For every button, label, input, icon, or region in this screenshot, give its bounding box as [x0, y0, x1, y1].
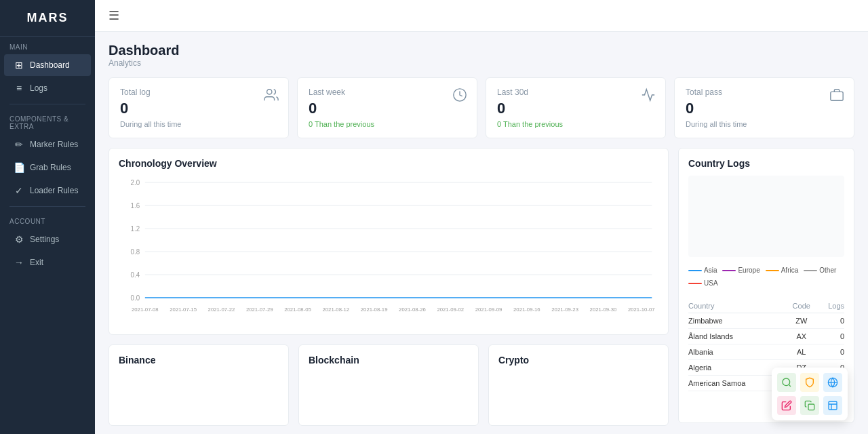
stat-value: 0: [497, 100, 654, 117]
crypto-title: Crypto: [498, 355, 658, 366]
svg-text:2021-09-02: 2021-09-02: [437, 307, 464, 313]
svg-text:0.0: 0.0: [131, 294, 140, 302]
country-logs-title: Country Logs: [688, 158, 844, 169]
sidebar-item-marker-rules[interactable]: ✏ Marker Rules: [4, 134, 91, 155]
country-legend: Asia Europe Africa Other: [688, 267, 844, 287]
sidebar-item-label: Logs: [30, 83, 47, 93]
svg-text:0.4: 0.4: [131, 271, 140, 279]
svg-text:2021-07-22: 2021-07-22: [208, 307, 235, 313]
toolbar-btn-4[interactable]: [777, 396, 796, 415]
stat-card-last-week: Last week 0 0 Than the previous: [297, 77, 477, 138]
binance-title: Binance: [119, 355, 279, 366]
toolbar-btn-2[interactable]: [800, 373, 819, 392]
stat-value: 0: [120, 100, 277, 117]
stat-value: 0: [309, 100, 466, 117]
sidebar-item-grab-rules[interactable]: 📄 Grab Rules: [4, 157, 91, 178]
toolbar-btn-1[interactable]: [777, 373, 796, 392]
sidebar-account-label: ACCOUNT: [0, 211, 95, 228]
bottom-card-crypto: Crypto: [488, 344, 669, 426]
toolbar-btn-5[interactable]: [800, 396, 819, 415]
svg-text:1.6: 1.6: [131, 202, 140, 210]
legend-item-other: Other: [804, 267, 836, 274]
sidebar-divider-2: [9, 206, 85, 207]
sidebar-main-label: MAIN: [0, 37, 95, 54]
svg-text:2021-08-12: 2021-08-12: [322, 307, 349, 313]
legend-item-europe: Europe: [722, 267, 760, 274]
africa-label: Africa: [781, 267, 799, 274]
col-logs: Logs: [816, 299, 844, 313]
stat-icon-activity: [641, 87, 656, 106]
stat-sub: During all this time: [686, 120, 843, 128]
other-label: Other: [819, 267, 836, 274]
bottom-card-binance: Binance: [108, 344, 289, 426]
settings-icon: ⚙: [14, 234, 24, 245]
europe-label: Europe: [738, 267, 760, 274]
hamburger-icon[interactable]: ☰: [108, 8, 119, 23]
sidebar-item-settings[interactable]: ⚙ Settings: [4, 229, 91, 250]
sidebar: MARS MAIN ⊞ Dashboard ≡ Logs COMPONENTS …: [0, 0, 95, 434]
stat-label: Total pass: [686, 87, 843, 97]
svg-rect-34: [829, 401, 837, 410]
stat-sub: 0 Than the previous: [497, 120, 654, 128]
stat-icon-briefcase: [829, 87, 844, 106]
svg-text:2021-09-09: 2021-09-09: [475, 307, 502, 313]
grab-rules-icon: 📄: [14, 162, 24, 173]
stats-row: Total log 0 During all this time Last we…: [108, 77, 854, 138]
asia-legend-dot: [688, 270, 702, 271]
svg-text:2021-07-15: 2021-07-15: [170, 307, 197, 313]
sidebar-item-label: Marker Rules: [30, 140, 78, 149]
sidebar-logo: MARS: [0, 0, 95, 37]
stat-card-total-log: Total log 0 During all this time: [108, 77, 289, 138]
europe-legend-dot: [722, 270, 736, 271]
svg-text:0.8: 0.8: [131, 248, 140, 256]
country-name: Åland Islands: [688, 329, 786, 344]
stat-label: Total log: [120, 87, 277, 97]
svg-text:2021-09-16: 2021-09-16: [513, 307, 540, 313]
page-title: Dashboard: [108, 43, 854, 58]
chronology-card: Chronology Overview 2.0 1.6: [108, 148, 669, 335]
col-code: Code: [786, 299, 816, 313]
two-col-layout: Chronology Overview 2.0 1.6: [108, 148, 854, 423]
country-chart-area: [688, 176, 844, 257]
svg-line-30: [789, 384, 791, 387]
logs-icon: ≡: [14, 83, 24, 94]
asia-label: Asia: [704, 267, 717, 274]
floating-toolbar: [772, 368, 848, 420]
bottom-row: Binance Blockchain Crypto: [108, 344, 669, 426]
table-row: Albania AL 0: [688, 344, 844, 360]
sidebar-item-exit[interactable]: → Exit: [4, 252, 91, 273]
country-code: ZW: [786, 313, 816, 329]
sidebar-item-dashboard[interactable]: ⊞ Dashboard: [4, 54, 91, 76]
blockchain-title: Blockchain: [309, 355, 469, 366]
svg-text:2021-08-19: 2021-08-19: [361, 307, 388, 313]
sidebar-item-label: Loader Rules: [30, 186, 78, 195]
main-content: ☰ Dashboard Analytics Total log 0 During…: [95, 0, 868, 434]
svg-text:2021-09-23: 2021-09-23: [551, 307, 578, 313]
stat-label: Last 30d: [497, 87, 654, 97]
sidebar-item-loader-rules[interactable]: ✓ Loader Rules: [4, 180, 91, 201]
stat-icon-clock: [452, 87, 467, 106]
other-legend-dot: [804, 270, 817, 271]
sidebar-components-label: COMPONENTS & EXTRA: [0, 108, 95, 133]
svg-point-0: [267, 90, 272, 94]
legend-item-africa: Africa: [766, 267, 799, 274]
toolbar-btn-6[interactable]: [823, 396, 842, 415]
country-name: Albania: [688, 344, 786, 360]
page-header: Dashboard Analytics: [108, 43, 854, 68]
stat-label: Last week: [309, 87, 466, 97]
svg-text:2021-07-08: 2021-07-08: [132, 307, 159, 313]
chart-container: 2.0 1.6 1.2 0.8 0.4 0.0 2021-07-08 2021-…: [119, 176, 658, 325]
page-subtitle: Analytics: [108, 58, 854, 68]
toolbar-btn-3[interactable]: [823, 373, 842, 392]
sidebar-divider-1: [9, 104, 85, 104]
dashboard-icon: ⊞: [14, 60, 24, 71]
sidebar-item-logs[interactable]: ≡ Logs: [4, 77, 91, 99]
country-name: Zimbabwe: [688, 313, 786, 329]
svg-rect-2: [831, 92, 843, 100]
stat-card-total-pass: Total pass 0 During all this time: [674, 77, 854, 138]
left-column: Chronology Overview 2.0 1.6: [108, 148, 669, 423]
bottom-card-blockchain: Blockchain: [298, 344, 479, 426]
africa-legend-dot: [766, 270, 779, 271]
svg-text:2021-09-30: 2021-09-30: [590, 307, 617, 313]
country-logs: 0: [816, 313, 844, 329]
